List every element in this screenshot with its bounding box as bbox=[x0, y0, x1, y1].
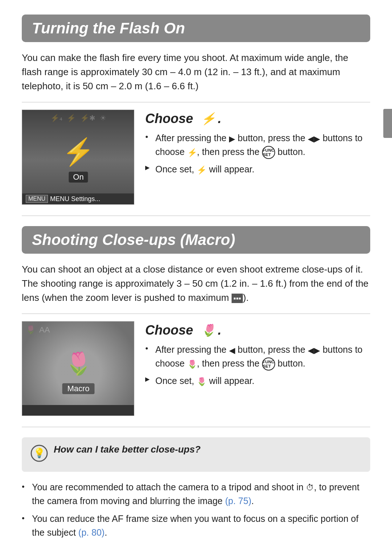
flash-item-icon: ⚡ bbox=[187, 148, 197, 157]
flash-big-icon: ⚡ bbox=[62, 136, 95, 167]
bullet-item-2: You can reduce the AF frame size when yo… bbox=[22, 512, 370, 539]
flash-screen: ⚡₄ ⚡ ⚡✱ ☀ ⚡ On bbox=[22, 110, 134, 193]
macro-nav-lr-icon: ◀▶ bbox=[308, 346, 320, 355]
macro-func-set-button: FUNCSET bbox=[262, 357, 275, 371]
flash-title: Turning the Flash On bbox=[32, 20, 360, 37]
macro-overlay-icon: 🌷 bbox=[65, 351, 92, 376]
macro-choose-icon: 🌷 bbox=[201, 323, 216, 337]
flash-on-label: On bbox=[69, 172, 88, 183]
macro-image-box: 🌷 AA 🌷 Macro bbox=[22, 321, 134, 416]
flash-instruction-list: After pressing the ▶ button, press the ◀… bbox=[145, 131, 370, 176]
macro-choose-title: Choose 🌷. bbox=[145, 323, 370, 338]
flash-choose-label: Choose bbox=[145, 111, 193, 126]
macro-title: Shooting Close-ups (Macro) bbox=[32, 231, 360, 249]
flash-content-row: ⚡₄ ⚡ ⚡✱ ☀ ⚡ On MENU MENU Settings... Cho… bbox=[22, 110, 370, 205]
tip-title: How can I take better close-ups? bbox=[54, 444, 201, 455]
macro-section-header: Shooting Close-ups (Macro) bbox=[22, 226, 370, 254]
flash-instructions: Choose ⚡. After pressing the ▶ button, p… bbox=[145, 110, 370, 180]
macro-item-icon: 🌷 bbox=[187, 359, 197, 368]
timer-icon: ⏱ bbox=[306, 483, 314, 492]
flash-menu-bar: MENU MENU Settings... bbox=[22, 193, 134, 204]
tip-svg-icon: 💡 bbox=[30, 445, 48, 462]
flash-intro: You can make the flash fire every time y… bbox=[22, 51, 370, 93]
flash-section-header: Turning the Flash On bbox=[22, 15, 370, 42]
bullet-item-1: You are recommended to attach the camera… bbox=[22, 481, 370, 508]
bullet-list: You are recommended to attach the camera… bbox=[22, 481, 370, 539]
flash-set-icon: ⚡ bbox=[197, 165, 207, 175]
note-box: ! The edges of the image may darken if t… bbox=[22, 548, 370, 552]
menu-label: MENU bbox=[26, 195, 48, 203]
func-set-button: FUNCSET bbox=[262, 146, 275, 159]
macro-zoom-icon: ▪▪▪ bbox=[232, 294, 243, 303]
settings-label: MENU Settings... bbox=[50, 195, 100, 203]
macro-instructions: Choose 🌷. After pressing the ◀ button, p… bbox=[145, 321, 370, 391]
macro-content-row: 🌷 AA 🌷 Macro Choose 🌷. After pressing th… bbox=[22, 321, 370, 416]
svg-text:💡: 💡 bbox=[33, 447, 45, 459]
tip-icon: 💡 bbox=[30, 445, 48, 465]
macro-intro: You can shoot an object at a close dista… bbox=[22, 262, 370, 305]
flash-instruction-1: After pressing the ▶ button, press the ◀… bbox=[145, 131, 370, 159]
flash-instruction-2: Once set, ⚡ will appear. bbox=[145, 163, 370, 176]
macro-set-icon: 🌷 bbox=[197, 377, 207, 386]
flash-choose-icon: ⚡ bbox=[201, 112, 216, 126]
macro-instruction-1: After pressing the ◀ button, press the ◀… bbox=[145, 343, 370, 371]
macro-choose-label: Choose bbox=[145, 323, 193, 338]
macro-screen: 🌷 AA 🌷 Macro bbox=[22, 322, 134, 405]
right-tab bbox=[383, 109, 392, 138]
macro-instruction-2: Once set, 🌷 will appear. bbox=[145, 374, 370, 388]
tip-box: 💡 How can I take better close-ups? bbox=[22, 437, 370, 472]
flash-image-box: ⚡₄ ⚡ ⚡✱ ☀ ⚡ On MENU MENU Settings... bbox=[22, 110, 134, 205]
macro-bar bbox=[22, 405, 134, 416]
nav-right-icon: ▶ bbox=[229, 134, 235, 143]
link-p75: (p. 75) bbox=[225, 496, 251, 506]
flash-choose-title: Choose ⚡. bbox=[145, 111, 370, 126]
macro-label: Macro bbox=[62, 383, 94, 394]
nav-left-icon: ◀ bbox=[229, 346, 235, 355]
link-p80: (p. 80) bbox=[78, 527, 105, 537]
macro-instruction-list: After pressing the ◀ button, press the ◀… bbox=[145, 343, 370, 388]
nav-lr-icon: ◀▶ bbox=[308, 134, 320, 143]
